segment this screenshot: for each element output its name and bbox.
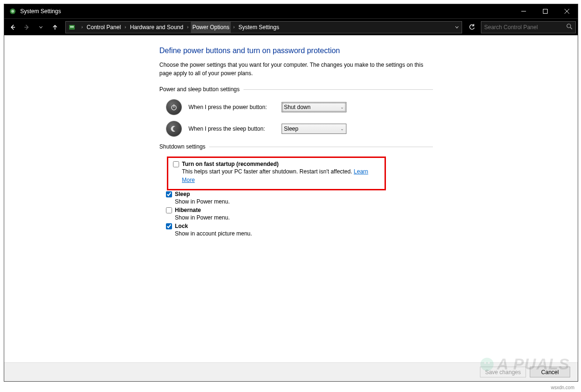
sleep-button-row: When I press the sleep button: Sleep ⌄ [166,121,433,137]
chevron-down-icon[interactable] [455,25,459,29]
hibernate-option: Hibernate Show in Power menu. [166,207,433,222]
content-area: Define power buttons and turn on passwor… [4,35,578,381]
page-description: Choose the power settings that you want … [159,61,433,78]
power-button-label: When I press the power button: [188,104,275,110]
window-frame: System Settings › Control Panel › Hardwa… [4,4,578,382]
recent-dropdown[interactable] [34,21,47,34]
titlebar: System Settings [4,4,578,18]
section-header-shutdown: Shutdown settings [159,143,433,150]
svg-line-12 [570,27,572,29]
minimize-button[interactable] [513,4,534,18]
search-input[interactable] [481,21,576,33]
lock-option: Lock Show in account picture menu. [166,223,433,238]
chevron-right-icon: › [122,24,128,30]
power-button-select[interactable]: Shut down ⌄ [282,102,346,112]
chevron-right-icon: › [185,24,191,30]
sleep-button-select[interactable]: Sleep ⌄ [282,124,346,134]
location-icon [67,22,77,32]
up-button[interactable] [48,21,62,34]
svg-point-15 [480,358,494,371]
hibernate-desc: Show in Power menu. [175,213,433,222]
sleep-checkbox[interactable] [166,191,172,197]
chevron-right-icon: › [79,24,85,30]
search-field[interactable] [484,24,566,31]
navbar: › Control Panel › Hardware and Sound › P… [4,18,578,35]
svg-rect-10 [70,26,74,28]
credit-text: wsxdn.com [551,385,574,390]
chevron-down-icon: ⌄ [340,105,344,110]
sleep-button-label: When I press the sleep button: [188,125,275,132]
fast-startup-desc: This helps start your PC faster after sh… [182,168,354,175]
power-icon [166,99,182,115]
breadcrumb-item[interactable]: Power Options [191,22,231,33]
watermark: A PUALS [479,355,570,373]
svg-point-17 [488,362,490,364]
lock-checkbox[interactable] [166,223,172,229]
svg-point-11 [567,24,571,28]
power-button-row: When I press the power button: Shut down… [166,99,433,115]
sleep-icon [166,121,182,137]
close-button[interactable] [556,4,578,18]
fast-startup-option: Turn on fast startup (recommended) This … [173,161,380,184]
sleep-label: Sleep [175,191,190,197]
breadcrumb-item[interactable]: Control Panel [85,22,122,33]
lock-label: Lock [175,223,188,229]
sleep-option: Sleep Show in Power menu. [166,191,433,206]
page-title: Define power buttons and turn on passwor… [159,47,433,55]
svg-point-16 [484,362,486,364]
section-header-power-sleep: Power and sleep button settings [159,86,433,93]
chevron-down-icon: ⌄ [340,126,344,131]
app-icon [8,7,17,16]
window-title: System Settings [20,8,513,15]
forward-button[interactable] [20,21,33,34]
sleep-desc: Show in Power menu. [175,197,433,206]
highlight-annotation: Turn on fast startup (recommended) This … [167,157,386,190]
maximize-button[interactable] [534,4,556,18]
hibernate-label: Hibernate [175,207,201,213]
breadcrumb-item[interactable]: Hardware and Sound [128,22,184,33]
breadcrumb[interactable]: › Control Panel › Hardware and Sound › P… [65,21,462,33]
svg-rect-3 [543,9,548,14]
search-icon [566,23,573,31]
svg-point-1 [11,10,14,13]
lock-desc: Show in account picture menu. [175,229,433,238]
fast-startup-label: Turn on fast startup (recommended) [182,161,279,167]
chevron-right-icon: › [231,24,237,30]
breadcrumb-item[interactable]: System Settings [237,22,281,33]
fast-startup-checkbox[interactable] [173,161,179,167]
refresh-button[interactable] [466,21,478,33]
back-button[interactable] [6,21,19,34]
hibernate-checkbox[interactable] [166,207,172,213]
